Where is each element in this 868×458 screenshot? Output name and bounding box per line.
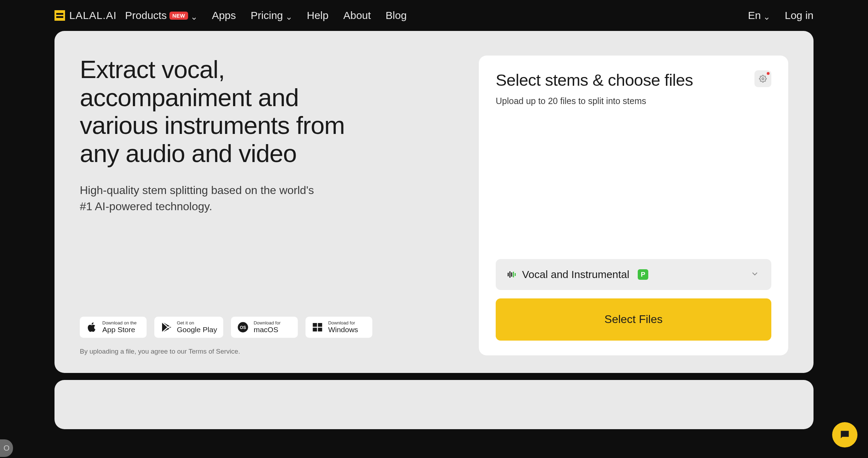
- apple-icon: [86, 322, 97, 333]
- dl-big: App Store: [102, 325, 137, 334]
- settings-button[interactable]: [754, 70, 771, 87]
- chevron-down-icon: [764, 12, 770, 19]
- svg-text:OS: OS: [240, 325, 246, 330]
- hero-left-column: Extract vocal, accompaniment and various…: [80, 56, 465, 355]
- hero-card: Extract vocal, accompaniment and various…: [54, 31, 814, 373]
- gear-icon: [759, 75, 767, 83]
- nav-about[interactable]: About: [343, 9, 371, 21]
- stem-select-label: Vocal and Instrumental: [522, 269, 629, 280]
- dl-small: Download on the: [102, 321, 137, 325]
- download-googleplay[interactable]: Get it on Google Play: [154, 317, 223, 338]
- svg-rect-2: [313, 323, 317, 327]
- chat-icon: [839, 429, 851, 441]
- download-windows[interactable]: Download for Windows: [306, 317, 372, 338]
- chevron-down-icon: [750, 269, 759, 280]
- panel-subtitle: Upload up to 20 files to split into stem…: [496, 96, 771, 106]
- nav-help[interactable]: Help: [307, 9, 329, 21]
- new-badge: NEW: [169, 12, 188, 20]
- hero-title: Extract vocal, accompaniment and various…: [80, 56, 382, 167]
- download-badges-row: Download on the App Store Get it on Goog…: [80, 215, 465, 338]
- nav-apps[interactable]: Apps: [212, 9, 236, 21]
- terms-text: By uploading a file, you agree to our Te…: [80, 348, 465, 355]
- brand-logo-mark: [54, 10, 65, 21]
- select-files-button[interactable]: Select Files: [496, 298, 771, 341]
- waveform-icon: [508, 271, 516, 278]
- panel-title: Select stems & choose files: [496, 70, 693, 90]
- svg-rect-4: [313, 328, 317, 331]
- nav-products[interactable]: Products NEW: [125, 9, 197, 21]
- nav-blog[interactable]: Blog: [386, 9, 407, 21]
- chevron-down-icon: [286, 12, 292, 19]
- side-tab[interactable]: O: [0, 439, 13, 457]
- next-section-card: [54, 380, 814, 429]
- nav-pricing[interactable]: Pricing: [251, 9, 292, 21]
- terms-link[interactable]: Terms of Service: [188, 348, 238, 355]
- svg-rect-5: [318, 328, 322, 331]
- notification-dot-icon: [767, 72, 770, 75]
- nav-products-label: Products: [125, 9, 167, 21]
- primary-nav: Products NEW Apps Pricing Help About Blo…: [125, 9, 407, 21]
- hero-subtitle: High-quality stem splitting based on the…: [80, 182, 326, 215]
- chat-widget-button[interactable]: [832, 422, 857, 447]
- panel-header: Select stems & choose files: [496, 70, 771, 90]
- macos-icon: OS: [237, 322, 249, 333]
- brand-name: LALAL.AI: [69, 9, 117, 21]
- download-appstore[interactable]: Download on the App Store: [80, 317, 147, 338]
- dropzone[interactable]: [496, 106, 771, 259]
- chevron-down-icon: [191, 12, 197, 19]
- brand-logo[interactable]: LALAL.AI: [54, 9, 117, 21]
- googleplay-icon: [161, 322, 172, 333]
- premium-badge-icon: P: [638, 269, 648, 280]
- svg-rect-3: [318, 323, 322, 327]
- header-right: En Log in: [748, 9, 814, 21]
- site-header: LALAL.AI Products NEW Apps Pricing Help …: [0, 0, 868, 31]
- language-switcher[interactable]: En: [748, 9, 770, 21]
- svg-point-6: [762, 78, 764, 80]
- download-macos[interactable]: OS Download for macOS: [231, 317, 298, 338]
- windows-icon: [312, 322, 323, 333]
- login-link[interactable]: Log in: [785, 9, 814, 21]
- stem-type-select[interactable]: Vocal and Instrumental P: [496, 259, 771, 290]
- upload-panel: Select stems & choose files Upload up to…: [479, 56, 788, 355]
